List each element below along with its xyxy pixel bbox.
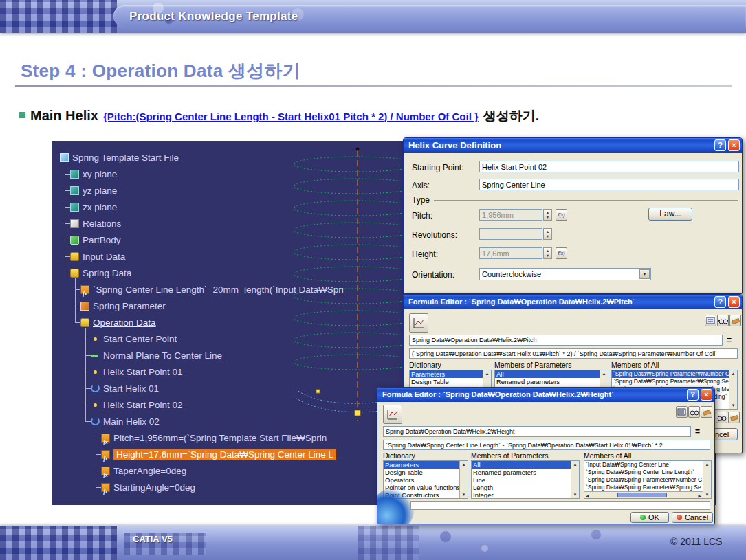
list-item[interactable]: `Spring Data₩Spring Center Line Length` bbox=[584, 469, 711, 476]
tree-item-spring-template-start-file[interactable]: Spring Template Start File bbox=[60, 149, 431, 166]
list-item[interactable]: Length bbox=[472, 484, 579, 491]
graph-view-button[interactable] bbox=[383, 405, 402, 424]
scrollbar-thumb[interactable] bbox=[617, 493, 667, 497]
dictionary-view-button[interactable] bbox=[705, 315, 716, 326]
graph-icon bbox=[386, 408, 399, 421]
help-button[interactable] bbox=[714, 139, 726, 151]
list-item[interactable]: Design Table bbox=[384, 469, 468, 476]
vertical-scrollbar[interactable] bbox=[459, 461, 468, 498]
tree-item-starting-angle-formula[interactable]: StartingAngle=0deg bbox=[60, 479, 431, 495]
tree-item-helix-start-point-02[interactable]: Helix Start Point 02 bbox=[60, 396, 431, 413]
list-item[interactable]: `Input Data₩Spring Center Line` bbox=[584, 461, 711, 469]
tree-item-start-helix-01[interactable]: Start Helix 01 bbox=[60, 380, 431, 396]
ok-button[interactable]: OK bbox=[630, 512, 669, 523]
list-item[interactable]: Renamed parameters bbox=[495, 378, 608, 385]
close-button[interactable] bbox=[728, 296, 740, 308]
list-item[interactable]: `Spring Data₩Spring Parameter₩Spring Se bbox=[584, 484, 711, 491]
formula-icon bbox=[101, 467, 110, 475]
parameter-name-field[interactable]: Spring Data₩Operation Data₩Helix.2₩Heigh… bbox=[383, 426, 691, 437]
list-item[interactable]: Renamed parameters bbox=[472, 469, 579, 476]
eraser-icon bbox=[729, 413, 739, 422]
tree-item-zx-plane[interactable]: zx plane bbox=[60, 199, 431, 215]
starting-point-input[interactable]: Helix Start Point 02 bbox=[479, 161, 739, 172]
height-spinner[interactable] bbox=[543, 247, 552, 259]
graph-icon bbox=[413, 317, 425, 329]
erase-button[interactable] bbox=[729, 315, 741, 326]
list-item[interactable]: `Spring Data₩Spring Parameter₩Number Of … bbox=[612, 370, 737, 378]
book-icon bbox=[706, 316, 715, 325]
vertical-scrollbar[interactable] bbox=[703, 461, 711, 498]
tree-item-spring-data[interactable]: Spring Data bbox=[60, 265, 431, 281]
inspect-button[interactable] bbox=[716, 412, 727, 423]
dialog-title: Formula Editor : `Spring Data₩Operation … bbox=[408, 298, 635, 306]
ok-icon bbox=[640, 515, 646, 520]
tree-item-input-data[interactable]: Input Data bbox=[60, 248, 431, 265]
horizontal-scrollbar[interactable] bbox=[584, 491, 703, 498]
dictionary-view-button[interactable] bbox=[676, 406, 688, 418]
list-item[interactable]: Parameters bbox=[410, 370, 491, 378]
axis-input[interactable]: Spring Center Line bbox=[479, 179, 739, 190]
pitch-fx-button[interactable]: f(x) bbox=[556, 209, 567, 221]
list-item[interactable]: Design Table bbox=[410, 378, 491, 385]
close-button[interactable] bbox=[728, 139, 740, 151]
tree-item-relations[interactable]: Relations bbox=[60, 215, 431, 232]
pitch-input[interactable]: 1,956mm bbox=[479, 209, 542, 221]
list-item[interactable]: Integer bbox=[472, 491, 579, 499]
data-folder-icon bbox=[80, 318, 89, 327]
parameter-name-field[interactable]: Spring Data₩Operation Data₩Helix.2₩Pitch bbox=[409, 335, 723, 346]
erase-button[interactable] bbox=[701, 406, 712, 418]
tree-item-partbody[interactable]: PartBody bbox=[60, 232, 431, 248]
law-button[interactable]: Law... bbox=[648, 208, 692, 221]
list-item[interactable]: `Spring Data₩Spring Parameter₩Number C bbox=[584, 476, 711, 484]
revolutions-input[interactable] bbox=[479, 228, 542, 240]
formula-expression-field[interactable]: (`Spring Data₩Operation Data₩Start Helix… bbox=[409, 348, 738, 359]
help-button[interactable] bbox=[687, 389, 699, 401]
inspect-button[interactable] bbox=[717, 315, 729, 326]
tree-item-height-formula[interactable]: Height=17,6mm=`Spring Data₩Spring Center… bbox=[60, 446, 431, 462]
close-button[interactable] bbox=[701, 389, 712, 401]
erase-button[interactable] bbox=[728, 412, 740, 423]
tree-item-main-helix-02[interactable]: Main Helix 02 bbox=[60, 413, 431, 429]
formula-expression-field[interactable]: `Spring Data₩Spring Center Line Length` … bbox=[383, 440, 710, 450]
value-preview-field[interactable] bbox=[410, 501, 710, 510]
tree-item-operation-data[interactable]: Operation Data bbox=[60, 314, 431, 331]
tree-item-label: Input Data bbox=[83, 251, 125, 262]
dialog-titlebar[interactable]: Formula Editor : `Spring Data₩Operation … bbox=[377, 388, 714, 402]
point-icon bbox=[91, 401, 100, 410]
list-item[interactable]: Operators bbox=[384, 476, 468, 484]
glasses-icon bbox=[690, 407, 699, 416]
list-item[interactable]: Line bbox=[472, 476, 579, 484]
tree-item-xy-plane[interactable]: xy plane bbox=[60, 166, 431, 182]
graph-view-button[interactable] bbox=[409, 313, 428, 333]
height-input[interactable]: 17,6mm bbox=[479, 247, 542, 259]
tree-item-label: PartBody bbox=[83, 235, 121, 245]
list-item[interactable]: All bbox=[472, 461, 579, 469]
chevron-down-icon[interactable] bbox=[639, 269, 650, 279]
glasses-icon bbox=[718, 316, 728, 325]
dialog-titlebar[interactable]: Formula Editor : `Spring Data₩Operation … bbox=[404, 295, 742, 309]
tree-item-normal-plane-to-center-line[interactable]: Normal Plane To Center Line bbox=[60, 347, 431, 363]
specification-tree: Spring Template Start File xy plane yz p… bbox=[60, 149, 431, 495]
dialog-titlebar[interactable]: Helix Curve Definition bbox=[404, 138, 742, 153]
list-item[interactable]: Parameters bbox=[384, 461, 468, 469]
revolutions-spinner[interactable] bbox=[543, 228, 552, 240]
list-item[interactable]: `Spring Data₩Spring Parameter₩Spring Sec… bbox=[612, 378, 737, 385]
orientation-select[interactable]: Counterclockwise bbox=[479, 268, 651, 280]
tree-item-spring-center-line-length-formula[interactable]: `Spring Center Line Length`=20mm=length(… bbox=[60, 281, 431, 298]
pitch-spinner[interactable] bbox=[543, 209, 552, 221]
help-button[interactable] bbox=[714, 296, 726, 308]
glasses-icon bbox=[717, 413, 727, 422]
cancel-button[interactable]: Cancel bbox=[672, 512, 713, 523]
inspect-button[interactable] bbox=[688, 406, 700, 418]
height-fx-button[interactable]: f(x) bbox=[556, 247, 567, 259]
tree-item-pitch-formula[interactable]: Pitch=1,956mm=(`Spring Template Start Fi… bbox=[60, 429, 431, 446]
tree-item-start-center-point[interactable]: Start Center Point bbox=[60, 331, 431, 347]
tree-item-label: `Spring Center Line Length`=20mm=length(… bbox=[93, 284, 344, 295]
list-item[interactable]: All bbox=[495, 370, 608, 378]
tree-item-yz-plane[interactable]: yz plane bbox=[60, 182, 431, 199]
tree-item-spring-parameter[interactable]: Spring Parameter bbox=[60, 298, 431, 314]
tree-item-helix-start-point-01[interactable]: Helix Start Point 01 bbox=[60, 363, 431, 380]
vertical-scrollbar[interactable] bbox=[571, 461, 579, 498]
tree-item-taper-angle-formula[interactable]: TaperAngle=0deg bbox=[60, 462, 431, 479]
vertical-scrollbar[interactable] bbox=[729, 370, 737, 409]
